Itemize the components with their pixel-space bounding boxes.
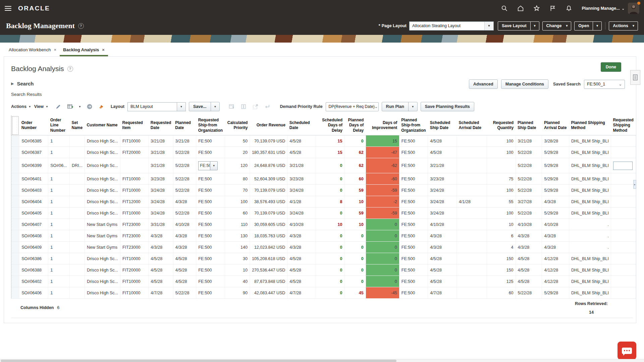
disclosure-triangle-icon[interactable]: ▶	[11, 81, 14, 86]
column-header-req-qty[interactable]: Requested Quantity	[487, 116, 516, 135]
cell-row-handle[interactable]	[11, 158, 19, 173]
avatar[interactable]	[628, 3, 639, 14]
column-header-calc-priority[interactable]: Calculated Priority	[225, 116, 250, 135]
cell-row-handle[interactable]	[11, 185, 19, 196]
column-header-planned-ship-date[interactable]: Planned Ship Date	[516, 116, 542, 135]
column-header-planned-date[interactable]: Planned Date	[173, 116, 196, 135]
layout-select[interactable]: BLM Layout ▼	[127, 102, 186, 111]
home-icon[interactable]	[514, 2, 527, 14]
actions-dropdown-icon[interactable]: ▼	[632, 22, 638, 30]
cell-row-handle[interactable]	[11, 276, 19, 287]
help-icon[interactable]: ?	[67, 66, 73, 72]
cell-row-handle[interactable]	[11, 287, 19, 299]
run-plan-button[interactable]: Run Plan ▼	[382, 102, 418, 111]
table-row[interactable]: SO#063881Drisco High Sc...FIT200004/5/28…	[11, 264, 636, 276]
column-header-req-date[interactable]: Requested Date	[149, 116, 173, 135]
manage-conditions-button[interactable]: Manage Conditions	[501, 79, 548, 89]
table-columns-icon[interactable]	[66, 102, 74, 111]
edit-pencil-icon[interactable]	[54, 102, 63, 111]
column-header-sched-ship-date[interactable]: Scheduled Ship Date	[428, 116, 457, 135]
flag-icon[interactable]	[546, 2, 559, 14]
requested-shipping-method-input[interactable]	[613, 162, 633, 170]
tab-backlog-analysis[interactable]: Backlog Analysis ×	[60, 44, 108, 56]
table-row[interactable]: SO#063861Drisco High Sc...FIT100004/5/28…	[11, 253, 636, 264]
notifications-bell-icon[interactable]	[562, 2, 576, 14]
table-row[interactable]: SO#064081New Start GymsFIT230004/3/284/3…	[11, 230, 636, 242]
column-header-sched-delay[interactable]: Scheduled Days of Delay	[316, 116, 344, 135]
column-header-req-item[interactable]: Requested Item	[120, 116, 149, 135]
search-icon[interactable]	[498, 2, 511, 14]
table-row[interactable]: SO#063851Drisco High Sc...FIT100003/21/2…	[11, 135, 636, 147]
table-row[interactable]: SO#064091New Start GymsFIT230004/3/284/3…	[11, 242, 636, 253]
cell-row-handle[interactable]	[11, 242, 19, 253]
column-header-planned-delay[interactable]: Planned Days of Delay	[344, 116, 366, 135]
table-scroll-right-nub[interactable]: ▸	[633, 180, 636, 189]
column-header-ship-method[interactable]: Planned Shipping Method	[569, 116, 611, 135]
cell-row-handle[interactable]	[11, 135, 19, 147]
table-row[interactable]: SO#064031Drisco High Sc...FIT100003/24/2…	[11, 185, 636, 196]
column-header-sched-arrival[interactable]: Scheduled Arrival Date	[457, 116, 487, 135]
cell-row-handle[interactable]	[11, 230, 19, 242]
close-icon[interactable]: ×	[102, 47, 105, 52]
advanced-button[interactable]: Advanced	[469, 79, 498, 89]
assistant-chat-button[interactable]	[618, 342, 636, 360]
cell-row-handle[interactable]	[11, 147, 19, 158]
save-layout-split-button[interactable]: Save... ▼	[189, 102, 220, 111]
table-actions-menu[interactable]: Actions▼	[11, 104, 31, 109]
open-dropdown-icon[interactable]: ▼	[593, 22, 601, 30]
cell-row-handle[interactable]	[11, 264, 19, 276]
column-header-planned-ship-from[interactable]: Planned Ship-from Organization	[399, 116, 428, 135]
horizontal-scrollbar[interactable]	[0, 359, 644, 362]
cell-row-handle[interactable]	[11, 219, 19, 230]
column-header-line-number[interactable]: Order Line Number	[48, 116, 70, 135]
cell-row-handle[interactable]	[11, 253, 19, 264]
save-layout-dropdown-icon[interactable]: ▼	[530, 22, 539, 30]
demand-priority-rule-select[interactable]: DP(Revenue + Req Date) ⌄	[326, 102, 379, 111]
save-planning-results-button[interactable]: Save Planning Results	[421, 102, 474, 111]
open-button[interactable]: Open ▼	[574, 21, 602, 31]
columns-dropdown-icon[interactable]: ▼	[77, 102, 82, 111]
table-row[interactable]: SO#064051Drisco High Sc...FIT100003/24/2…	[11, 207, 636, 219]
cell-row-handle[interactable]	[11, 196, 19, 207]
close-icon[interactable]: ×	[54, 47, 57, 52]
saved-search-select[interactable]: FE:500_1 ⌄	[584, 80, 625, 89]
change-button[interactable]: Change ▼	[542, 21, 572, 31]
column-header-customer[interactable]: Customer Name	[85, 116, 120, 135]
navigation-menu-icon[interactable]	[5, 6, 11, 11]
table-row[interactable]: SO#064021Drisco High Sc...FIT100004/5/28…	[11, 276, 636, 287]
column-header-sched-date[interactable]: Scheduled Date	[287, 116, 316, 135]
dropdown-arrow-icon[interactable]: ▼	[210, 161, 218, 170]
table-row[interactable]: SO#064061Drisco High Sc...FIT100004/7/28…	[11, 287, 636, 299]
table-row[interactable]: SO#064071New Start GymsFIT230003/31/284/…	[11, 219, 636, 230]
dropdown-arrow-icon[interactable]: ▼	[484, 22, 493, 30]
column-header-planned-arrival[interactable]: Planned Arrival Date	[542, 116, 569, 135]
table-row[interactable]: SO#063871Drisco High Sc...FIT200003/21/2…	[11, 147, 636, 158]
tab-allocation-workbench[interactable]: Allocation Workbench ×	[5, 44, 60, 56]
table-view-menu[interactable]: View▼	[34, 104, 48, 109]
column-header-order-number[interactable]: Order Number	[19, 116, 48, 135]
ship-from-org-combobox[interactable]: FE:50▼	[198, 161, 218, 170]
table-row[interactable]: SO#064011Drisco High Sc...FIT100003/23/2…	[11, 173, 636, 185]
column-header-set-name[interactable]: Set Name	[70, 116, 85, 135]
help-icon[interactable]: ?	[78, 23, 84, 29]
scrollbar-thumb[interactable]	[1, 360, 396, 362]
table-row[interactable]: SO#064041Drisco High Sc...FIT120003/24/2…	[11, 196, 636, 207]
cell-row-handle[interactable]	[11, 173, 19, 185]
table-row[interactable]: SO#06399SO#06...DRI...Drisco High Sc...3…	[11, 158, 636, 173]
cell-row-handle[interactable]	[11, 207, 19, 219]
save-dropdown-icon[interactable]: ▼	[211, 102, 220, 111]
column-header-improvement[interactable]: Days of Improvement	[366, 116, 399, 135]
run-plan-dropdown-icon[interactable]: ▼	[408, 102, 417, 111]
column-header-req-ship-method[interactable]: Requested Shipping Method	[611, 116, 636, 135]
change-dropdown-icon[interactable]: ▼	[565, 22, 571, 30]
eraser-icon[interactable]	[97, 102, 106, 111]
column-header-req-ship-from[interactable]: Requested Ship-from Organization	[196, 116, 225, 135]
save-layout-button[interactable]: Save Layout ▼	[498, 21, 539, 31]
page-layout-select[interactable]: Allocation Stealing Layout ▼	[409, 21, 494, 31]
user-menu[interactable]: Planning Manage... ⌄	[582, 6, 625, 11]
column-header-order-revenue[interactable]: Order Revenue	[250, 116, 287, 135]
favorites-star-icon[interactable]	[530, 2, 543, 14]
actions-button[interactable]: Actions ▼	[609, 21, 638, 31]
dropdown-arrow-icon[interactable]: ▼	[177, 102, 186, 111]
go-to-row-icon[interactable]	[85, 102, 94, 111]
